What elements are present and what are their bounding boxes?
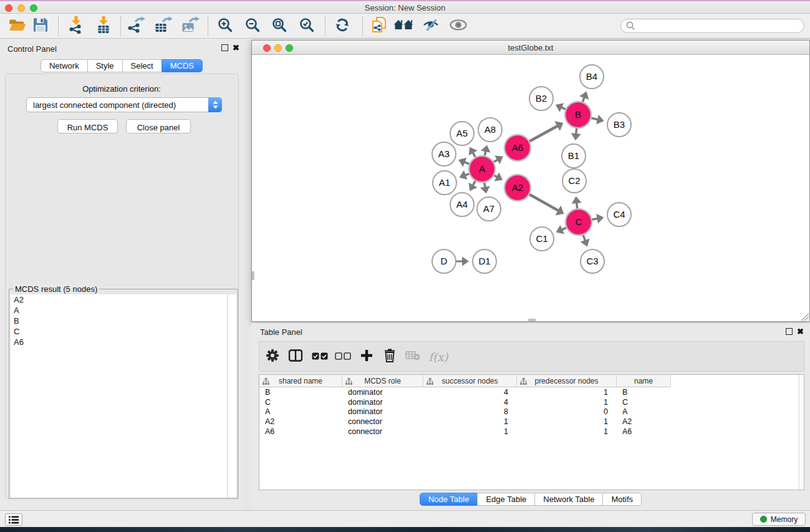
tab-style[interactable]: Style [87, 59, 123, 72]
hide-panels-eye-icon[interactable] [423, 17, 439, 35]
cell-MCDS-role: dominator [342, 397, 423, 407]
tab-select[interactable]: Select [122, 59, 162, 72]
tab-node-table[interactable]: Node Table [420, 493, 478, 506]
export-network-icon[interactable] [127, 16, 146, 36]
tab-motifs[interactable]: Motifs [602, 493, 642, 506]
cell-name: A2 [617, 417, 671, 427]
graph-node-label: A5 [456, 128, 468, 138]
mcds-result-groupbox: MCDS result (5 nodes) A2ABCA6 [9, 289, 238, 499]
tab-edge-table[interactable]: Edge Table [477, 493, 535, 506]
export-image-icon[interactable] [181, 16, 200, 36]
graph-edge-A6-B[interactable] [529, 125, 558, 141]
show-panels-eye-icon[interactable] [450, 19, 467, 33]
export-table-icon[interactable] [154, 16, 173, 36]
add-column-plus-icon[interactable] [360, 349, 373, 364]
tab-network-table[interactable]: Network Table [534, 493, 603, 506]
result-list-scrollbar[interactable] [227, 294, 236, 497]
column-header-MCDS-role[interactable]: MCDS role [342, 375, 423, 387]
canvas-horizontal-scrollbar[interactable] [528, 319, 536, 321]
select-all-icon[interactable] [312, 351, 328, 362]
home-view-icon[interactable] [393, 17, 413, 35]
table-row[interactable]: A2connector11A2 [259, 417, 798, 427]
window-resize-grip[interactable] [801, 313, 809, 321]
result-item[interactable]: C [11, 326, 236, 337]
graph-arrowhead [481, 145, 491, 152]
session-title: Session: New Session [0, 3, 810, 12]
cell-MCDS-role: connector [342, 417, 423, 427]
network-canvas[interactable]: AA1A2A3A4A5A6A7A8BB1B2B3B4CC1C2C3C4DD1 [252, 55, 809, 321]
mcds-result-list[interactable]: A2ABCA6 [11, 294, 236, 497]
duplicate-network-icon[interactable] [371, 16, 387, 36]
result-item[interactable]: A6 [11, 337, 236, 347]
network-window-titlebar[interactable]: testGlobe.txt [252, 41, 809, 55]
graph-node-label: C3 [586, 256, 598, 266]
zoom-out-icon[interactable] [245, 17, 260, 35]
save-session-icon[interactable] [32, 17, 49, 36]
column-header-shared-name[interactable]: shared name [259, 375, 342, 387]
cell-shared-name: A2 [259, 417, 342, 427]
graph-node-label: A6 [512, 142, 523, 153]
cell-predecessor-nodes: 1 [517, 417, 617, 427]
graph-node-label: C1 [536, 233, 547, 244]
graph-node-label: C2 [568, 175, 580, 186]
table-row[interactable]: Cdominator41C [259, 397, 798, 407]
run-mcds-button[interactable]: Run MCDS [57, 119, 118, 133]
close-table-panel-icon[interactable]: ✖ [797, 328, 804, 335]
graph-arrowhead [596, 214, 604, 224]
table-scrollbar[interactable] [799, 375, 804, 490]
table-row[interactable]: Bdominator41B [259, 387, 798, 397]
zoom-fit-icon[interactable] [272, 17, 287, 35]
graph-edge-A2-C[interactable] [529, 195, 559, 211]
application-window: Session: New Session [0, 0, 810, 532]
table-panel: Table Panel ✖ f(x) shared nameMCDS rol [251, 323, 810, 510]
graph-node-label: A8 [485, 124, 496, 135]
node-table[interactable]: shared nameMCDS rolesuccessor nodesprede… [259, 374, 804, 490]
criterion-dropdown[interactable]: largest connected component (directed) [26, 97, 222, 112]
graph-node-label: C [576, 216, 582, 227]
cell-name: A6 [617, 427, 671, 437]
graph-arrowhead [572, 196, 582, 204]
result-item[interactable]: A2 [11, 294, 236, 305]
deselect-all-icon[interactable] [335, 351, 351, 362]
desktop-background [0, 527, 810, 532]
function-builder-icon: f(x) [429, 350, 448, 363]
network-graph[interactable]: AA1A2A3A4A5A6A7A8BB1B2B3B4CC1C2C3C4DD1 [252, 55, 809, 322]
column-header-predecessor-nodes[interactable]: predecessor nodes [517, 375, 617, 387]
graph-arrowhead [571, 133, 581, 140]
zoom-selected-icon[interactable] [299, 17, 314, 35]
cell-shared-name: B [259, 387, 342, 397]
float-table-panel-icon[interactable] [786, 328, 793, 335]
app-titlebar: Session: New Session [0, 0, 810, 14]
close-panel-icon[interactable]: ✖ [233, 44, 239, 51]
canvas-vertical-scrollbar[interactable] [252, 271, 254, 280]
graph-node-label: B4 [586, 71, 597, 82]
result-item[interactable]: B [11, 316, 236, 326]
import-table-icon[interactable] [96, 16, 111, 36]
open-file-icon[interactable] [8, 17, 27, 36]
graph-node-label: D [441, 256, 448, 266]
task-history-button[interactable] [5, 513, 22, 526]
zoom-in-icon[interactable] [218, 17, 233, 35]
list-icon [9, 516, 19, 524]
search-icon [626, 21, 635, 31]
delete-column-trash-icon[interactable] [383, 348, 396, 365]
search-field[interactable] [620, 19, 804, 33]
refresh-layout-icon[interactable] [335, 17, 350, 36]
column-header-name[interactable]: name [617, 375, 671, 387]
memory-label: Memory [771, 515, 798, 524]
table-row[interactable]: A6connector11A6 [259, 427, 798, 437]
tab-mcds[interactable]: MCDS [162, 59, 203, 72]
import-network-icon[interactable] [69, 16, 84, 36]
table-row[interactable]: Adominator80A [259, 407, 798, 417]
show-columns-icon[interactable] [289, 349, 303, 364]
result-item[interactable]: A [11, 305, 236, 316]
criterion-value: largest connected component (directed) [33, 100, 176, 110]
memory-button[interactable]: Memory [752, 513, 806, 526]
search-input[interactable] [639, 22, 804, 31]
toolbar-separator [208, 16, 208, 36]
close-panel-button[interactable]: Close panel [126, 119, 191, 133]
column-settings-gear-icon[interactable] [266, 349, 279, 365]
tab-network[interactable]: Network [41, 59, 88, 72]
column-header-successor-nodes[interactable]: successor nodes [423, 375, 517, 387]
float-panel-icon[interactable] [221, 44, 228, 51]
